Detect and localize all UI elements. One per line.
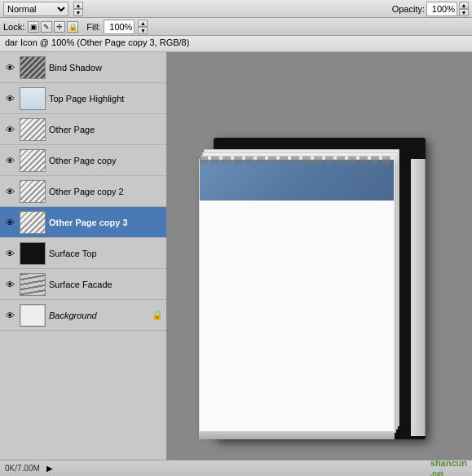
layer-item-active[interactable]: 👁 Other Page copy 3	[0, 207, 166, 238]
canvas-title-text: dar Icon @ 100% (Other Page copy 3, RGB/…	[5, 37, 189, 47]
layer-thumbnail	[20, 180, 46, 203]
lock-transparent-btn[interactable]: ▣	[28, 21, 39, 33]
layer-thumbnail	[20, 118, 46, 141]
notebook-header-band	[200, 160, 394, 201]
lock-label: Lock:	[3, 22, 24, 32]
lock-image-btn[interactable]: ✎	[41, 21, 52, 33]
layer-item[interactable]: 👁 Other Page	[0, 114, 166, 145]
status-arrow[interactable]: ▶	[46, 464, 53, 473]
layer-thumbnail	[20, 273, 46, 296]
fill-label: Fill:	[86, 22, 100, 32]
layer-visibility-icon[interactable]: 👁	[3, 92, 16, 105]
layer-visibility-icon[interactable]: 👁	[3, 216, 16, 229]
status-text: 0K/7.00M	[5, 464, 40, 473]
layer-visibility-icon[interactable]: 👁	[3, 185, 16, 198]
watermark: shancun.net	[430, 458, 467, 476]
canvas-area	[167, 52, 472, 460]
layer-item-background[interactable]: 👁 Background 🔒	[0, 300, 166, 331]
layer-item[interactable]: 👁 Other Page copy	[0, 145, 166, 176]
thumb-background	[20, 305, 45, 326]
layer-thumbnail	[20, 149, 46, 172]
layer-item[interactable]: 👁 Surface Facade	[0, 269, 166, 300]
canvas-content	[173, 97, 450, 439]
thumb-surface-facade	[20, 274, 45, 295]
main-area: 👁 Bind Shadow 👁 Top Page Highlight 👁 Oth…	[0, 52, 472, 460]
opacity-stepper: ▲ ▼	[459, 2, 469, 16]
fill-stepper: ▲ ▼	[138, 20, 148, 34]
opacity-up[interactable]: ▲	[459, 2, 469, 9]
thumb-other-page-copy3	[20, 212, 45, 233]
thumb-other-page-copy2	[20, 181, 45, 202]
opacity-control: Opacity: ▲ ▼	[392, 2, 469, 16]
thumb-bind-shadow	[20, 57, 45, 78]
lock-icon: 🔒	[152, 310, 163, 320]
status-bar: 0K/7.00M ▶ shancun.net	[0, 460, 472, 476]
layer-thumbnail	[20, 304, 46, 327]
layer-thumbnail	[20, 56, 46, 79]
thumb-surface-top	[20, 243, 45, 264]
thumb-other-page	[20, 119, 45, 140]
opacity-down[interactable]: ▼	[459, 9, 469, 16]
blend-mode-stepper: ▲ ▼	[73, 2, 83, 16]
blend-mode-down[interactable]: ▼	[73, 9, 83, 16]
canvas-title-bar: dar Icon @ 100% (Other Page copy 3, RGB/…	[0, 36, 472, 52]
lock-toolbar: Lock: ▣ ✎ ✛ 🔒 Fill: ▲ ▼	[0, 18, 472, 36]
thumb-other-page-copy	[20, 150, 45, 171]
layer-visibility-icon[interactable]: 👁	[3, 278, 16, 291]
layer-visibility-icon[interactable]: 👁	[3, 309, 16, 322]
layer-thumbnail	[20, 242, 46, 265]
notebook-illustration	[197, 113, 426, 439]
layer-item[interactable]: 👁 Other Page copy 2	[0, 176, 166, 207]
layers-panel: 👁 Bind Shadow 👁 Top Page Highlight 👁 Oth…	[0, 52, 167, 460]
layer-name: Surface Facade	[49, 280, 163, 289]
layer-item[interactable]: 👁 Top Page Highlight	[0, 83, 166, 114]
layer-name: Other Page copy 2	[49, 187, 163, 196]
layer-visibility-icon[interactable]: 👁	[3, 247, 16, 260]
fill-input[interactable]	[104, 20, 135, 34]
thumb-top-highlight	[20, 88, 45, 109]
layer-item[interactable]: 👁 Bind Shadow	[0, 52, 166, 83]
notebook-main-page	[199, 159, 395, 436]
lock-position-btn[interactable]: ✛	[54, 21, 65, 33]
layer-name: Surface Top	[49, 249, 163, 258]
fill-down[interactable]: ▼	[138, 27, 148, 34]
layer-name: Other Page	[49, 125, 163, 134]
lock-all-btn[interactable]: 🔒	[67, 21, 78, 33]
opacity-label: Opacity:	[392, 4, 425, 14]
layer-visibility-icon[interactable]: 👁	[3, 154, 16, 167]
layer-name: Background	[49, 311, 148, 320]
layer-visibility-icon[interactable]: 👁	[3, 61, 16, 74]
lock-icons: ▣ ✎ ✛ 🔒	[28, 21, 78, 33]
page-edge-bottom	[199, 431, 395, 439]
layer-name: Other Page copy	[49, 156, 163, 165]
layer-thumbnail	[20, 211, 46, 234]
layer-name: Other Page copy 3	[49, 218, 163, 227]
opacity-input[interactable]	[426, 2, 457, 16]
layer-thumbnail	[20, 87, 46, 110]
blend-mode-up[interactable]: ▲	[73, 2, 83, 9]
layer-name: Bind Shadow	[49, 63, 163, 73]
layer-name: Top Page Highlight	[49, 94, 163, 104]
blend-mode-select[interactable]: Normal Dissolve Multiply Screen	[3, 2, 68, 16]
blend-mode-toolbar: Normal Dissolve Multiply Screen ▲ ▼ Opac…	[0, 0, 472, 18]
spiral-binder	[200, 156, 394, 165]
layer-item[interactable]: 👁 Surface Top	[0, 238, 166, 269]
page-edge-right	[411, 159, 426, 436]
layer-visibility-icon[interactable]: 👁	[3, 123, 16, 136]
fill-up[interactable]: ▲	[138, 20, 148, 27]
